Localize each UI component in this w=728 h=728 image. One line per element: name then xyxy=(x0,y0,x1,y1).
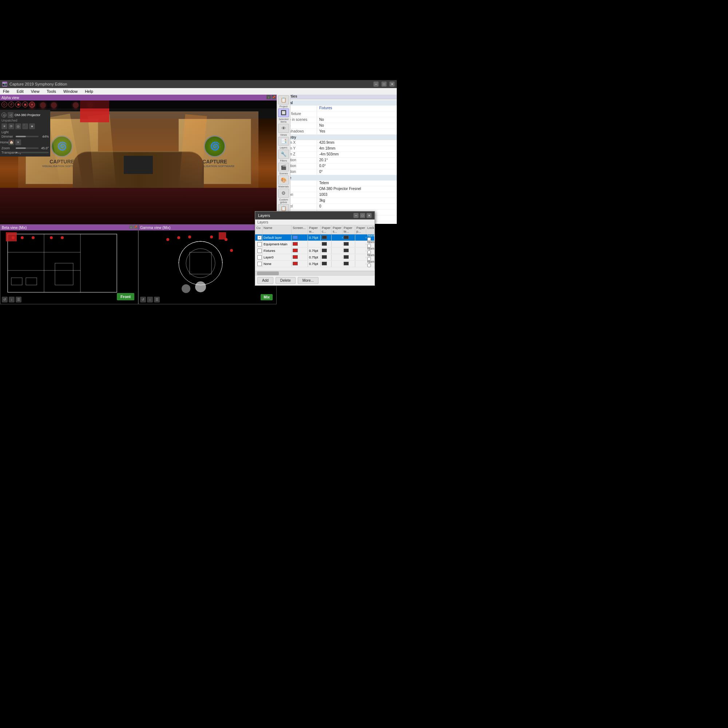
layers-maximize[interactable]: □ xyxy=(360,213,365,218)
include-scenes-value: No xyxy=(317,117,397,123)
menu-edit[interactable]: Edit xyxy=(15,89,25,94)
nav-left[interactable]: ◁ xyxy=(8,112,14,118)
maximize-button[interactable]: □ xyxy=(381,81,387,87)
layer-check-none[interactable] xyxy=(255,261,262,267)
transparency-track[interactable] xyxy=(16,152,49,153)
col-screen: Screen... xyxy=(292,225,308,234)
add-layer-button[interactable]: Add xyxy=(257,277,273,284)
y-rotation-value[interactable]: 0.0° xyxy=(317,164,397,169)
fixture-icon-3[interactable]: ◎ xyxy=(15,123,21,129)
make-value[interactable]: Telem xyxy=(317,180,397,186)
sidebar-item-layers[interactable]: 📑 xyxy=(278,137,289,146)
layer-pw-default: 0.75pt xyxy=(308,235,321,240)
beta-nav-icon-2[interactable]: ↕ xyxy=(9,297,15,303)
alpha-ctrl-4[interactable]: ▣ xyxy=(22,102,28,107)
sidebar-item-scenes[interactable]: 🎬 xyxy=(278,163,289,172)
svg-rect-13 xyxy=(6,232,17,241)
col-paper-t: Paper te... xyxy=(343,225,355,234)
layers-title-bar: Layers ─ □ ✕ xyxy=(255,211,375,219)
layer-check-default[interactable] xyxy=(255,235,262,241)
gamma-nav-icon-1[interactable]: ↺ xyxy=(140,297,146,303)
layer-value[interactable]: Fixtures xyxy=(317,106,397,111)
layer-screen-equipment xyxy=(292,241,308,247)
layers-scroll[interactable]: Default layer 0.75pt Normal Equipmen xyxy=(255,234,375,271)
alpha-ctrl-2[interactable]: ↺ xyxy=(8,102,14,107)
beta-nav-icon-3[interactable]: ☰ xyxy=(16,297,21,303)
minimize-button[interactable]: ─ xyxy=(373,81,379,87)
layer-row-fixtures[interactable]: Fixtures 0.75pt Normal xyxy=(255,248,375,254)
fixture-icon-5[interactable]: ★ xyxy=(29,123,35,129)
more-layer-button[interactable]: More... xyxy=(298,277,318,284)
sidebar-item-views[interactable]: 👁 xyxy=(278,124,289,133)
name-value[interactable]: OM-380 Projector Fresnel xyxy=(317,187,397,192)
power-icon[interactable]: ⏻ xyxy=(2,112,6,118)
layers-header: Cu Name Screen... Paper w... Paper c... … xyxy=(255,225,375,234)
sidebar-item-materials[interactable]: 🎨 xyxy=(278,176,289,185)
layer-check-layer0[interactable] xyxy=(255,254,262,260)
alpha-expand-btn[interactable]: ↕ xyxy=(266,95,271,99)
layer-check-equipment[interactable] xyxy=(255,241,262,247)
alpha-ctrl-3[interactable]: ⏹ xyxy=(15,102,21,107)
position-y-value[interactable]: 4m 18mm xyxy=(317,146,397,151)
left-panel: ⏻ ◁ OM-380 Projector Unpatched ☀ ⟳ ◎ ⬛ ★… xyxy=(0,110,50,156)
menu-help[interactable]: Help xyxy=(83,89,95,94)
home-icon-2[interactable]: ✕ xyxy=(15,139,21,145)
beta-pin[interactable]: 📌 xyxy=(134,225,137,229)
sidebar-item-filters[interactable]: 🔧 xyxy=(278,150,289,159)
channel-value: 0 xyxy=(317,204,397,209)
delete-layer-button[interactable]: Delete xyxy=(275,277,295,284)
menu-tools[interactable]: Tools xyxy=(45,89,58,94)
layer-row-layer0[interactable]: Layer0 0.75pt Normal xyxy=(255,254,375,261)
fixture-status: Unpatched xyxy=(2,119,49,122)
position-z-value[interactable]: -4m 503mm xyxy=(317,152,397,157)
home-icon-1[interactable]: 🏠 xyxy=(8,139,14,145)
layers-minimize[interactable]: ─ xyxy=(353,213,359,218)
svg-point-23 xyxy=(195,281,206,292)
dimmer-track[interactable] xyxy=(16,136,38,137)
position-x-value[interactable]: 420.9mm xyxy=(317,140,397,145)
layers-hscroll-thumb[interactable] xyxy=(257,272,279,275)
sidebar-item-project[interactable]: 📋 xyxy=(278,95,289,104)
layer-check-fixtures[interactable] xyxy=(255,248,262,254)
materials-label: Materials xyxy=(278,185,289,188)
layer-locked-check-none[interactable] xyxy=(367,263,371,267)
alpha-ctrl-5[interactable]: ★ xyxy=(29,102,35,107)
close-button[interactable]: ✕ xyxy=(390,81,395,87)
beta-view[interactable]: Beta view (Mix) ↕ 📌 xyxy=(0,224,138,304)
layer-row-default[interactable]: Default layer 0.75pt Normal xyxy=(255,234,375,241)
zoom-value: 45.0° xyxy=(40,146,49,150)
menu-view[interactable]: View xyxy=(29,89,41,94)
layers-close[interactable]: ✕ xyxy=(367,213,372,218)
menu-window[interactable]: Window xyxy=(62,89,79,94)
svg-point-9 xyxy=(61,236,64,239)
alpha-pin-btn[interactable]: 📌 xyxy=(272,95,276,99)
fixture-icon-4[interactable]: ⬛ xyxy=(22,123,28,129)
logo-wheel-right: 🌀 xyxy=(204,135,226,157)
gamma-view-button[interactable]: Mix xyxy=(261,294,273,300)
layer-row-none[interactable]: None 0.75pt Normal xyxy=(255,261,375,267)
menu-file[interactable]: File xyxy=(2,89,11,94)
fixture-icon-2[interactable]: ⟳ xyxy=(8,123,14,129)
beta-nav-icon-1[interactable]: ↺ xyxy=(2,297,8,303)
sidebar-item-selected[interactable]: 🔲 xyxy=(278,109,289,118)
svg-point-19 xyxy=(210,236,213,239)
layers-hscroll[interactable] xyxy=(255,271,375,275)
sidebar-item-custom-gobos[interactable]: ⚙ xyxy=(278,188,289,198)
beta-expand[interactable]: ↕ xyxy=(129,225,133,229)
x-rotation-value[interactable]: 20.1° xyxy=(317,158,397,163)
zoom-track[interactable] xyxy=(16,147,38,149)
svg-point-18 xyxy=(188,236,191,239)
fixture-name: OM-380 Projector xyxy=(15,113,40,117)
layer-row-equipment[interactable]: Equipment-Main Normal xyxy=(255,241,375,248)
layers-title: Layers xyxy=(258,213,352,218)
alpha-ctrl-1[interactable]: ⊙ xyxy=(2,102,7,107)
pt-swatch-layer0 xyxy=(344,255,349,259)
svg-point-8 xyxy=(50,236,53,239)
screen-swatch-equipment xyxy=(293,242,298,246)
z-rotation-value[interactable]: 0° xyxy=(317,169,397,175)
zoom-slider-row: Zoom 45.0° xyxy=(2,146,49,150)
gamma-nav-icon-2[interactable]: ↕ xyxy=(147,297,153,303)
front-view-button[interactable]: Front xyxy=(117,293,134,300)
fixture-icon-1[interactable]: ☀ xyxy=(2,123,7,129)
gamma-nav-icon-3[interactable]: ☰ xyxy=(154,297,160,303)
